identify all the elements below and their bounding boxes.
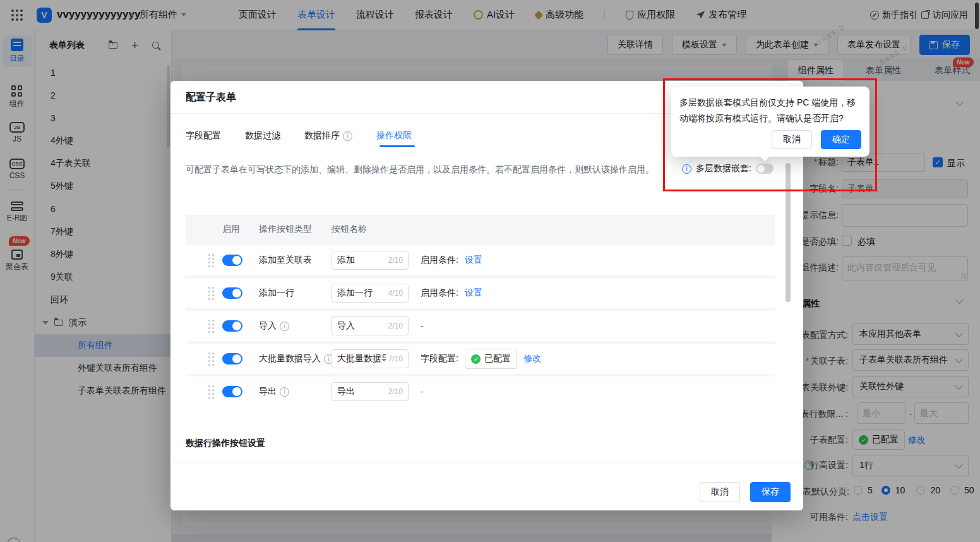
operation-table-header: 启用 操作按钮类型 按钮名称 xyxy=(186,215,775,244)
setup-link[interactable]: 设置 xyxy=(465,255,482,266)
char-count: 2/10 xyxy=(388,256,403,265)
modify-link[interactable]: 修改 xyxy=(523,353,541,364)
col-name: 按钮名称 xyxy=(332,224,367,235)
operation-table: 启用 操作按钮类型 按钮名称 添加至关联表 添加2/10 启用条件: 设置 xyxy=(186,215,775,407)
app-screen: V vvyyyyyyyyyyyy > 所有组件 页面设计 表单设计 流程设计 报… xyxy=(0,0,980,542)
operation-row: 导入 i 导入2/10 - xyxy=(186,311,775,341)
drag-handle-icon[interactable] xyxy=(208,254,214,267)
modal-scrollbar[interactable] xyxy=(786,163,791,302)
nest-confirm-popup: 多层数据嵌套模式目前仅支持 PC 端使用，移动端将按原有模式运行。请确认是否开启… xyxy=(671,87,869,157)
button-name-input[interactable]: 添加一行4/10 xyxy=(332,284,409,303)
enable-toggle[interactable] xyxy=(222,255,242,266)
char-count: 7/10 xyxy=(388,354,403,363)
modal-save-button[interactable]: 保存 xyxy=(750,482,791,502)
active-tab-underline xyxy=(379,145,415,147)
nest-label: 多层数据嵌套: xyxy=(696,163,751,174)
modal-title: 配置子表单 xyxy=(186,91,236,104)
operation-type: 大批量数据导入 i xyxy=(259,353,333,364)
check-circle-icon: ✓ xyxy=(471,354,481,364)
popup-message: 多层数据嵌套模式目前仅支持 PC 端使用，移动端将按原有模式运行。请确认是否开启… xyxy=(679,95,863,126)
col-type: 操作按钮类型 xyxy=(259,224,312,235)
no-condition-dash: - xyxy=(421,387,424,397)
button-name-input[interactable]: 导出2/10 xyxy=(332,382,409,401)
col-enable: 启用 xyxy=(222,224,240,235)
operation-type: 导出 i xyxy=(259,386,289,397)
operation-type: 导入 i xyxy=(259,320,289,332)
operation-type: 添加至关联表 xyxy=(259,255,312,266)
nest-toggle[interactable] xyxy=(756,164,774,174)
button-name-input[interactable]: 导入2/10 xyxy=(332,316,409,335)
operation-row: 大批量数据导入 i 大批量数据导入7/10 字段配置: ✓ 已配置 修改 xyxy=(186,344,775,374)
char-count: 2/10 xyxy=(388,387,403,396)
char-count: 2/10 xyxy=(388,322,403,330)
drag-handle-icon[interactable] xyxy=(208,352,214,366)
info-icon[interactable]: i xyxy=(280,387,289,397)
no-condition-dash: - xyxy=(421,321,424,331)
row-buttons-section-title: 数据行操作按钮设置 xyxy=(186,438,265,449)
enable-toggle[interactable] xyxy=(222,386,242,397)
nest-toggle-row: i 多层数据嵌套: xyxy=(682,163,774,174)
permission-description: 可配置子表单在可写状态下的添加、编辑、删除操作是否启用，以及启用条件。若不配置启… xyxy=(186,164,654,176)
tab-field-config[interactable]: 字段配置 xyxy=(186,130,221,142)
info-icon: i xyxy=(343,131,352,141)
setup-link[interactable]: 设置 xyxy=(465,287,482,299)
button-name-input[interactable]: 大批量数据导入7/10 xyxy=(332,349,409,368)
configured-badge: ✓ 已配置 xyxy=(465,349,517,369)
divider xyxy=(170,462,803,462)
enable-condition: 启用条件: 设置 xyxy=(421,287,482,299)
enable-toggle[interactable] xyxy=(222,353,242,364)
drag-handle-icon[interactable] xyxy=(208,320,214,333)
info-icon[interactable]: i xyxy=(280,322,289,331)
operation-row: 添加一行 添加一行4/10 启用条件: 设置 xyxy=(186,278,775,308)
tab-operation-permission[interactable]: 操作权限 xyxy=(376,130,412,142)
enable-toggle[interactable] xyxy=(222,287,242,299)
popup-cancel-button[interactable]: 取消 xyxy=(772,130,812,149)
info-icon[interactable]: i xyxy=(682,164,691,174)
operation-row: 导出 i 导出2/10 - xyxy=(186,376,775,407)
popup-confirm-button[interactable]: 确定 xyxy=(821,130,861,149)
tab-data-filter[interactable]: 数据过滤 xyxy=(245,130,280,142)
enable-toggle[interactable] xyxy=(222,320,242,332)
enable-condition: 启用条件: 设置 xyxy=(421,255,482,266)
tab-data-sort[interactable]: 数据排序 i xyxy=(304,130,352,142)
operation-type: 添加一行 xyxy=(259,287,294,299)
drag-handle-icon[interactable] xyxy=(208,287,214,300)
modal-cancel-button[interactable]: 取消 xyxy=(700,482,740,502)
char-count: 4/10 xyxy=(388,289,403,298)
operation-row: 添加至关联表 添加2/10 启用条件: 设置 xyxy=(186,245,775,275)
modal-tabs: 字段配置 数据过滤 数据排序 i 操作权限 xyxy=(186,126,412,145)
drag-handle-icon[interactable] xyxy=(208,385,214,399)
field-config: 字段配置: ✓ 已配置 修改 xyxy=(421,349,541,369)
button-name-input[interactable]: 添加2/10 xyxy=(332,251,409,270)
